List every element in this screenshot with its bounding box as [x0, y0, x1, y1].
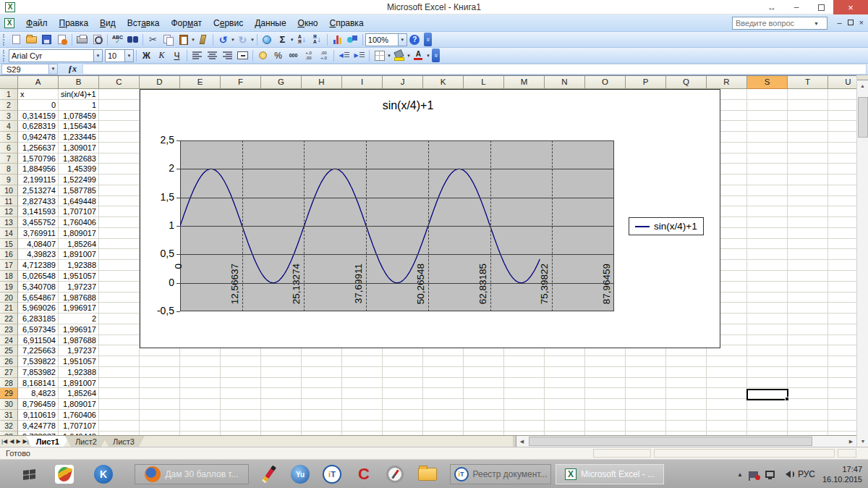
cell-B23[interactable]: 1,996917 [59, 324, 99, 335]
cell-U22[interactable] [828, 314, 856, 324]
cell-J28[interactable] [383, 378, 423, 389]
cell-G31[interactable] [261, 410, 302, 421]
column-header-G[interactable]: G [261, 76, 302, 89]
horizontal-scroll-thumb[interactable] [529, 437, 812, 446]
decrease-indent-button[interactable]: ◀ [336, 49, 352, 62]
vertical-scrollbar[interactable]: ▲ ▼ [856, 75, 868, 447]
column-header-Q[interactable]: Q [666, 76, 707, 89]
cell-A12[interactable]: 3,141593 [18, 206, 59, 217]
cell-L31[interactable] [464, 410, 504, 421]
cell-U20[interactable] [828, 293, 856, 303]
cell-A6[interactable]: 1,256637 [18, 143, 59, 153]
cell-A24[interactable]: 6,911504 [18, 335, 59, 346]
row-header-18[interactable]: 18 [0, 271, 18, 282]
bold-button[interactable]: Ж [139, 49, 154, 62]
cell-U24[interactable] [828, 335, 856, 346]
cell-F32[interactable] [221, 421, 261, 432]
cell-U18[interactable] [828, 271, 856, 282]
cell-A28[interactable]: 8,168141 [18, 378, 59, 389]
cell-I31[interactable] [342, 410, 383, 421]
underline-button[interactable]: Ч [169, 49, 184, 62]
row-header-31[interactable]: 31 [0, 410, 18, 421]
cell-C28[interactable] [99, 378, 140, 389]
cell-N31[interactable] [545, 410, 585, 421]
cell-U5[interactable] [828, 132, 856, 143]
row-header-19[interactable]: 19 [0, 282, 18, 293]
taskbar-button-firefox[interactable]: Дам 30 баллов т... [135, 464, 249, 484]
cell-T6[interactable] [788, 143, 828, 153]
format-painter-button[interactable] [195, 33, 210, 46]
cell-U30[interactable] [828, 399, 856, 410]
row-header-3[interactable]: 3 [0, 111, 18, 122]
cell-B26[interactable]: 1,951057 [59, 356, 99, 367]
cell-P27[interactable] [626, 367, 666, 378]
cell-B18[interactable]: 1,951057 [59, 271, 99, 282]
book-restore-button[interactable] [848, 20, 854, 25]
cell-D32[interactable] [140, 421, 180, 432]
size-dropdown-icon[interactable]: ▼ [124, 50, 133, 62]
cell-T17[interactable] [788, 260, 828, 271]
cell-U31[interactable] [828, 410, 856, 421]
row-header-2[interactable]: 2 [0, 100, 18, 111]
cell-S18[interactable] [747, 271, 788, 282]
cell-T24[interactable] [788, 335, 828, 346]
cell-A26[interactable]: 7,539822 [18, 356, 59, 367]
menu-item-Данные[interactable]: Данные [249, 16, 292, 30]
cell-C27[interactable] [99, 367, 140, 378]
taskbar-icon-paint[interactable] [55, 464, 74, 484]
cell-S1[interactable] [747, 89, 788, 100]
cell-A32[interactable]: 9,424778 [18, 421, 59, 432]
new-button[interactable] [9, 33, 24, 46]
row-header-15[interactable]: 15 [0, 239, 18, 250]
cell-T4[interactable] [788, 121, 828, 132]
cell-Q31[interactable] [666, 410, 707, 421]
fill-color-button[interactable] [391, 49, 407, 62]
restore-button[interactable] [809, 4, 833, 11]
cell-Q27[interactable] [666, 367, 707, 378]
cell-H30[interactable] [302, 399, 342, 410]
cell-J31[interactable] [383, 410, 423, 421]
cell-J27[interactable] [383, 367, 423, 378]
cell-S21[interactable] [747, 303, 788, 314]
taskbar-button-registry[interactable]: iT Реестр документ... [450, 464, 551, 484]
menu-item-Формат[interactable]: Формат [165, 16, 208, 30]
cell-T7[interactable] [788, 153, 828, 164]
row-header-11[interactable]: 11 [0, 196, 18, 207]
cell-M32[interactable] [504, 421, 545, 432]
permission-button[interactable] [54, 33, 69, 46]
align-right-button[interactable] [220, 49, 235, 62]
cell-C20[interactable] [99, 293, 140, 303]
cell-U23[interactable] [828, 324, 856, 335]
cell-F26[interactable] [221, 356, 261, 367]
cell-A29[interactable]: 8,4823 [18, 388, 59, 399]
cell-D28[interactable] [140, 378, 180, 389]
italic-button[interactable]: К [154, 49, 169, 62]
align-left-button[interactable] [190, 49, 205, 62]
cut-button[interactable]: ✂ [145, 33, 161, 46]
cell-U13[interactable] [828, 217, 856, 228]
row-header-29[interactable]: 29 [0, 388, 18, 399]
spelling-button[interactable]: ABC✓ [110, 33, 125, 46]
cell-U17[interactable] [828, 260, 856, 271]
taskbar-icon-ccleaner[interactable]: C [354, 464, 373, 484]
cell-U14[interactable] [828, 228, 856, 239]
cell-S30[interactable] [747, 399, 788, 410]
row-header-5[interactable]: 5 [0, 132, 18, 143]
undo-button[interactable]: ↺ [216, 33, 231, 46]
row-header-12[interactable]: 12 [0, 206, 18, 217]
insert-function-button[interactable]: ƒx [68, 64, 77, 75]
cell-E30[interactable] [180, 399, 221, 410]
menu-item-Справка[interactable]: Справка [323, 16, 369, 30]
cell-D30[interactable] [140, 399, 180, 410]
cell-P28[interactable] [626, 378, 666, 389]
row-header-22[interactable]: 22 [0, 314, 18, 324]
font-color-dropdown-icon[interactable]: ▼ [426, 54, 430, 58]
cell-N28[interactable] [545, 378, 585, 389]
cell-N27[interactable] [545, 367, 585, 378]
cell-T30[interactable] [788, 399, 828, 410]
column-header-S[interactable]: S [747, 76, 788, 89]
column-header-I[interactable]: I [342, 76, 383, 89]
cell-T25[interactable] [788, 345, 828, 356]
percent-button[interactable]: % [271, 49, 286, 62]
cell-C21[interactable] [99, 303, 140, 314]
